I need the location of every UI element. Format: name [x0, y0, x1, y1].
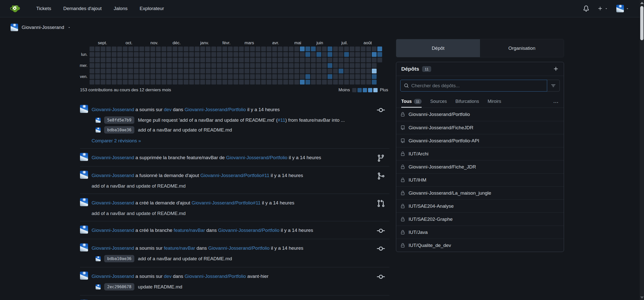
- heatmap-cell[interactable]: [217, 47, 222, 51]
- heatmap-cell[interactable]: [311, 47, 316, 51]
- compare-revisions-link[interactable]: Comparer 2 révisions »: [92, 138, 141, 144]
- heatmap-cell[interactable]: [328, 52, 332, 57]
- heatmap-cell[interactable]: [261, 47, 266, 51]
- heatmap-cell[interactable]: [305, 80, 310, 84]
- heatmap-cell[interactable]: [267, 58, 271, 62]
- heatmap-cell[interactable]: [90, 80, 94, 84]
- heatmap-cell[interactable]: [339, 69, 343, 73]
- heatmap-cell[interactable]: [112, 69, 116, 73]
- heatmap-cell[interactable]: [283, 74, 288, 79]
- heatmap-cell[interactable]: [239, 52, 244, 57]
- heatmap-cell[interactable]: [350, 80, 354, 84]
- repo-filter-sources[interactable]: Sources: [430, 95, 447, 108]
- heatmap-cell[interactable]: [95, 63, 100, 68]
- heatmap-cell[interactable]: [134, 69, 139, 73]
- heatmap-cell[interactable]: [377, 47, 382, 51]
- heatmap-cell[interactable]: [167, 58, 172, 62]
- heatmap-cell[interactable]: [134, 47, 139, 51]
- heatmap-cell[interactable]: [117, 69, 122, 73]
- feed-header-link[interactable]: Giovanni-Josserand/Portfolio: [185, 107, 246, 112]
- repo-list-item[interactable]: Giovanni-Josserand/Portfolio-API: [396, 134, 564, 147]
- heatmap-cell[interactable]: [256, 47, 260, 51]
- heatmap-cell[interactable]: [134, 80, 139, 84]
- heatmap-cell[interactable]: [167, 63, 172, 68]
- heatmap-cell[interactable]: [156, 74, 161, 79]
- heatmap-cell[interactable]: [366, 74, 371, 79]
- heatmap-cell[interactable]: [139, 52, 144, 57]
- heatmap-cell[interactable]: [123, 47, 128, 51]
- heatmap-cell[interactable]: [361, 63, 366, 68]
- heatmap-cell[interactable]: [333, 47, 338, 51]
- heatmap-cell[interactable]: [300, 74, 305, 79]
- heatmap-cell[interactable]: [311, 63, 316, 68]
- feed-header-link[interactable]: Giovanni-Josserand: [92, 155, 134, 160]
- heatmap-cell[interactable]: [184, 80, 188, 84]
- heatmap-cell[interactable]: [206, 69, 211, 73]
- heatmap-cell[interactable]: [250, 69, 255, 73]
- heatmap-cell[interactable]: [95, 69, 100, 73]
- heatmap-cell[interactable]: [256, 63, 260, 68]
- heatmap-cell[interactable]: [300, 47, 305, 51]
- heatmap-cell[interactable]: [101, 47, 105, 51]
- heatmap-cell[interactable]: [112, 74, 116, 79]
- heatmap-cell[interactable]: [211, 74, 216, 79]
- heatmap-cell[interactable]: [173, 52, 177, 57]
- heatmap-cell[interactable]: [322, 58, 327, 62]
- heatmap-cell[interactable]: [134, 52, 139, 57]
- heatmap-cell[interactable]: [139, 69, 144, 73]
- heatmap-cell[interactable]: [150, 69, 155, 73]
- heatmap-cell[interactable]: [333, 80, 338, 84]
- heatmap-cell[interactable]: [228, 74, 233, 79]
- heatmap-cell[interactable]: [106, 63, 111, 68]
- heatmap-cell[interactable]: [355, 69, 360, 73]
- create-new-dropdown[interactable]: [598, 6, 608, 11]
- actor-avatar[interactable]: [80, 272, 88, 280]
- heatmap-cell[interactable]: [139, 58, 144, 62]
- heatmap-cell[interactable]: [101, 58, 105, 62]
- heatmap-cell[interactable]: [178, 47, 183, 51]
- heatmap-cell[interactable]: [112, 80, 116, 84]
- heatmap-cell[interactable]: [245, 47, 249, 51]
- heatmap-cell[interactable]: [294, 47, 299, 51]
- heatmap-cell[interactable]: [228, 47, 233, 51]
- heatmap-cell[interactable]: [117, 63, 122, 68]
- gitea-logo-icon[interactable]: [10, 4, 20, 14]
- heatmap-cell[interactable]: [206, 47, 211, 51]
- heatmap-cell[interactable]: [150, 58, 155, 62]
- heatmap-cell[interactable]: [261, 58, 266, 62]
- heatmap-cell[interactable]: [283, 80, 288, 84]
- heatmap-cell[interactable]: [206, 63, 211, 68]
- commit-hash-badge[interactable]: bdba10ae36: [104, 126, 134, 134]
- heatmap-cell[interactable]: [145, 74, 150, 79]
- commit-msg-link[interactable]: #11: [278, 117, 285, 123]
- heatmap-cell[interactable]: [316, 52, 321, 57]
- heatmap-cell[interactable]: [250, 47, 255, 51]
- heatmap-cell[interactable]: [222, 47, 227, 51]
- heatmap-cell[interactable]: [128, 58, 133, 62]
- heatmap-cell[interactable]: [195, 63, 199, 68]
- heatmap-cell[interactable]: [222, 63, 227, 68]
- heatmap-cell[interactable]: [195, 58, 199, 62]
- heatmap-cell[interactable]: [184, 58, 188, 62]
- heatmap-cell[interactable]: [344, 52, 349, 57]
- heatmap-cell[interactable]: [128, 80, 133, 84]
- nav-item-explorateur[interactable]: Explorateur: [135, 3, 169, 14]
- heatmap-cell[interactable]: [217, 63, 222, 68]
- heatmap-cell[interactable]: [311, 80, 316, 84]
- heatmap-cell[interactable]: [350, 47, 354, 51]
- repo-filter-icon[interactable]: [547, 80, 560, 92]
- heatmap-cell[interactable]: [300, 80, 305, 84]
- heatmap-cell[interactable]: [222, 74, 227, 79]
- heatmap-cell[interactable]: [328, 69, 332, 73]
- heatmap-cell[interactable]: [377, 52, 382, 57]
- heatmap-cell[interactable]: [200, 69, 205, 73]
- heatmap-cell[interactable]: [339, 52, 343, 57]
- notifications-bell-icon[interactable]: [583, 6, 589, 12]
- heatmap-cell[interactable]: [245, 58, 249, 62]
- heatmap-cell[interactable]: [222, 80, 227, 84]
- heatmap-cell[interactable]: [300, 52, 305, 57]
- heatmap-cell[interactable]: [134, 58, 139, 62]
- heatmap-cell[interactable]: [178, 63, 183, 68]
- heatmap-cell[interactable]: [355, 74, 360, 79]
- heatmap-cell[interactable]: [344, 63, 349, 68]
